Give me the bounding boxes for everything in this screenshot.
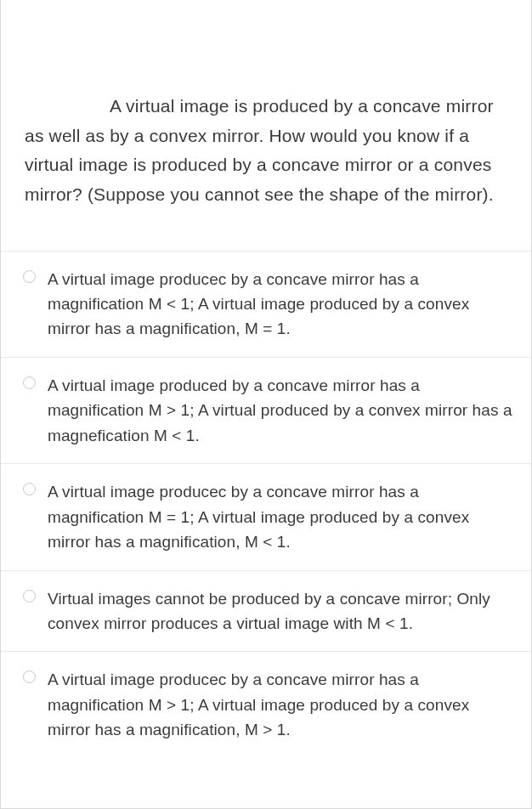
option-4[interactable]: Virtual images cannot be produced by a c… [1, 571, 531, 653]
option-1[interactable]: A virtual image producec by a concave mi… [1, 252, 531, 358]
option-1-text: A virtual image producec by a concave mi… [48, 267, 514, 342]
option-4-text: Virtual images cannot be produced by a c… [48, 586, 514, 636]
radio-icon [23, 270, 36, 283]
question-text: A virtual image is produced by a concave… [25, 96, 494, 204]
radio-icon [23, 376, 36, 389]
radio-icon [23, 590, 36, 603]
option-2[interactable]: A virtual image produced by a concave mi… [1, 358, 531, 464]
option-5[interactable]: A virtual image producec by a concave mi… [1, 652, 531, 757]
option-3[interactable]: A virtual image producec by a concave mi… [1, 464, 531, 570]
option-2-text: A virtual image produced by a concave mi… [48, 373, 514, 448]
option-3-text: A virtual image producec by a concave mi… [48, 479, 514, 554]
option-5-text: A virtual image producec by a concave mi… [48, 667, 514, 742]
question-card: A virtual image is produced by a concave… [0, 0, 532, 809]
options-list: A virtual image producec by a concave mi… [1, 251, 531, 758]
radio-icon [23, 670, 36, 683]
question-prompt: A virtual image is produced by a concave… [1, 0, 531, 251]
radio-icon [23, 483, 36, 495]
